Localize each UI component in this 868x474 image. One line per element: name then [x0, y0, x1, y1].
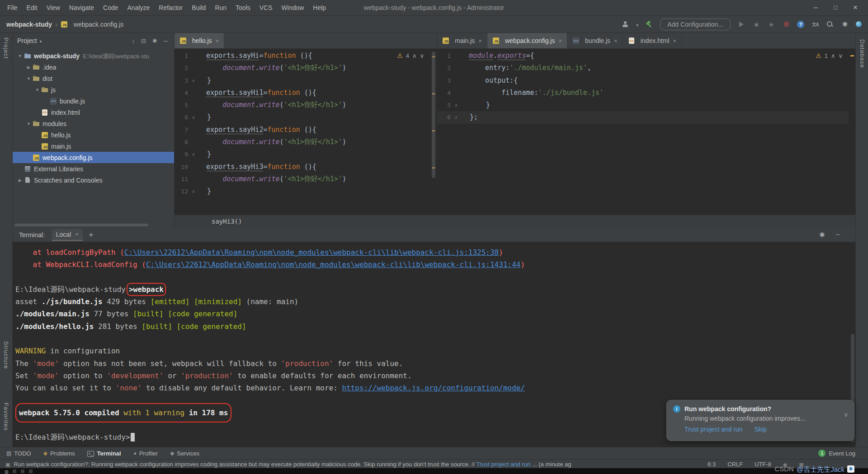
- error-stripe[interactable]: [430, 50, 437, 214]
- minimize-button[interactable]: [806, 0, 826, 16]
- code-line[interactable]: 2 entry:'./modules/main.js',: [437, 62, 849, 74]
- tree-item-bundle-js[interactable]: bundle.js: [13, 95, 174, 107]
- inspection-widget[interactable]: 1: [816, 52, 843, 59]
- close-button[interactable]: [845, 0, 865, 16]
- fold-marker-icon[interactable]: [452, 99, 461, 111]
- stop-icon[interactable]: [784, 22, 789, 27]
- taskbar-app-icon[interactable]: [21, 469, 24, 473]
- breadcrumb-context[interactable]: sayHi3(): [212, 218, 242, 225]
- collapse-all-icon[interactable]: [139, 38, 148, 44]
- menu-build[interactable]: Build: [187, 0, 210, 15]
- code-line[interactable]: 7exports.sayHi2=function (){: [175, 124, 430, 136]
- tree-down-arrow-icon[interactable]: [25, 76, 33, 81]
- tool-stripe-structure[interactable]: Structure: [3, 341, 9, 369]
- maximize-button[interactable]: [826, 0, 845, 16]
- terminal-line[interactable]: ./modules/hello.js 281 bytes [built] [co…: [15, 320, 849, 333]
- tree-item-js[interactable]: js: [13, 84, 174, 95]
- tree-item-modules[interactable]: modules: [13, 118, 174, 129]
- menu-vcs[interactable]: VCS: [255, 0, 277, 15]
- toolbar-profiler[interactable]: Profiler: [133, 450, 158, 457]
- code-line[interactable]: 5 document.write('<h1>你好</h1>'): [175, 99, 430, 111]
- terminal-settings-icon[interactable]: [819, 231, 825, 239]
- caret-position[interactable]: 6:3: [708, 461, 716, 468]
- close-icon[interactable]: [614, 38, 618, 44]
- hide-panel-icon[interactable]: [162, 38, 170, 44]
- next-warning-icon[interactable]: [838, 52, 843, 59]
- tree-down-arrow-icon[interactable]: [25, 122, 33, 126]
- terminal-line[interactable]: You can also set it to 'none' to disable…: [15, 382, 849, 394]
- file-encoding[interactable]: UTF-8: [755, 461, 771, 468]
- code-line[interactable]: 3 output:{: [437, 75, 849, 87]
- trust-and-run-link[interactable]: Trust project and run: [476, 461, 530, 468]
- code-line[interactable]: 6}: [175, 111, 430, 123]
- taskbar-app-icon[interactable]: [13, 469, 16, 473]
- code-line[interactable]: 10exports.sayHi3=function (){: [175, 161, 430, 173]
- next-warning-icon[interactable]: [420, 52, 424, 59]
- panel-settings-icon[interactable]: [151, 38, 159, 44]
- minimize-panel-icon[interactable]: [834, 231, 842, 239]
- terminal-line[interactable]: WARNING in configuration: [15, 345, 849, 357]
- tab-bundle-js[interactable]: bundle.js: [567, 33, 623, 48]
- tree-item-dist[interactable]: dist: [13, 73, 174, 84]
- terminal-line[interactable]: Set 'mode' option to 'development' or 'p…: [15, 370, 849, 382]
- code-line[interactable]: 12}: [175, 185, 430, 197]
- tree-item-idea[interactable]: .idea: [13, 61, 174, 73]
- taskbar-app-icon[interactable]: [29, 469, 33, 473]
- event-log-button[interactable]: 1 Event Log: [818, 450, 862, 457]
- trust-and-run-link[interactable]: Trust project and run: [684, 426, 743, 433]
- error-stripe[interactable]: [849, 50, 855, 214]
- close-icon[interactable]: [673, 38, 677, 44]
- code-line[interactable]: 9}: [175, 148, 430, 160]
- code-line[interactable]: 3}: [175, 75, 430, 87]
- close-icon[interactable]: [478, 38, 482, 44]
- menu-help[interactable]: Help: [308, 0, 330, 15]
- terminal-line[interactable]: at WebpackCLI.loadConfig (C:\Users\22612…: [15, 258, 849, 271]
- tree-down-arrow-icon[interactable]: [16, 54, 24, 58]
- terminal-tab-local[interactable]: Local: [52, 229, 83, 241]
- windows-start-icon[interactable]: [5, 467, 8, 474]
- tree-item-index-html[interactable]: index.html: [13, 107, 174, 118]
- horizontal-scrollbar[interactable]: [14, 224, 148, 226]
- tree-down-arrow-icon[interactable]: [33, 88, 41, 92]
- line-separator[interactable]: CRLF: [727, 461, 743, 468]
- toolbar-terminal[interactable]: Terminal: [87, 450, 121, 457]
- breadcrumb-project[interactable]: webpack-study: [6, 21, 52, 28]
- tree-item-webpack-config-js[interactable]: webpack.config.js: [13, 152, 174, 163]
- terminal-link[interactable]: C:\Users\22612\AppData\Roaming\npm\node_…: [124, 248, 499, 257]
- vertical-scrollbar[interactable]: [432, 52, 435, 178]
- fold-marker-icon[interactable]: [189, 111, 198, 123]
- menu-window[interactable]: Window: [277, 0, 309, 15]
- tree-right-arrow-icon[interactable]: [25, 65, 33, 70]
- terminal-line[interactable]: [15, 333, 849, 345]
- tree-item-hello-js[interactable]: hello.js: [13, 129, 174, 141]
- breadcrumb-file[interactable]: webpack.config.js: [74, 21, 124, 28]
- user-icon[interactable]: [621, 20, 629, 28]
- status-message[interactable]: Run webpack configuration?: Running webp…: [14, 461, 571, 468]
- tab-webpack-config-js[interactable]: webpack.config.js: [487, 33, 567, 48]
- warning-mark[interactable]: [850, 55, 854, 56]
- tab-index-html[interactable]: index.html: [623, 33, 682, 48]
- add-configuration-button[interactable]: Add Configuration...: [660, 19, 731, 30]
- tool-stripe-database[interactable]: Database: [859, 39, 866, 68]
- menu-file[interactable]: File: [3, 0, 22, 15]
- toolbar-todo[interactable]: TODO: [6, 450, 31, 457]
- terminal-line[interactable]: [15, 271, 849, 283]
- terminal-line[interactable]: The 'mode' option has not been set, webp…: [15, 357, 849, 370]
- tool-stripe-project[interactable]: Project: [3, 38, 9, 59]
- coverage-icon[interactable]: [767, 20, 775, 28]
- code-line[interactable]: 1module.exports={: [437, 50, 849, 62]
- fold-marker-icon[interactable]: [189, 185, 198, 197]
- code-line[interactable]: 11 document.write('<h1>你好</h1>'): [175, 173, 430, 185]
- inspection-widget[interactable]: 4: [397, 52, 424, 59]
- terminal-line[interactable]: asset ./js/bundle.js 429 bytes [emitted]…: [15, 296, 849, 308]
- sync-orb-icon[interactable]: [856, 21, 862, 27]
- code-line[interactable]: 8 document.write('<h1>你好</h1>'): [175, 136, 430, 148]
- tree-item-scratches-and-consoles[interactable]: Scratches and Consoles: [13, 174, 174, 186]
- skip-link[interactable]: Skip: [755, 426, 767, 433]
- code-line[interactable]: 2 document.write('<h1>你好</h1>'): [175, 62, 430, 74]
- menu-view[interactable]: View: [42, 0, 65, 15]
- code-line[interactable]: 4exports.sayHi1=function (){: [175, 87, 430, 99]
- code-line[interactable]: 6};: [437, 111, 849, 123]
- terminal-link[interactable]: C:\Users\22612\AppData\Roaming\npm\node_…: [146, 260, 520, 269]
- new-terminal-icon[interactable]: [89, 231, 93, 239]
